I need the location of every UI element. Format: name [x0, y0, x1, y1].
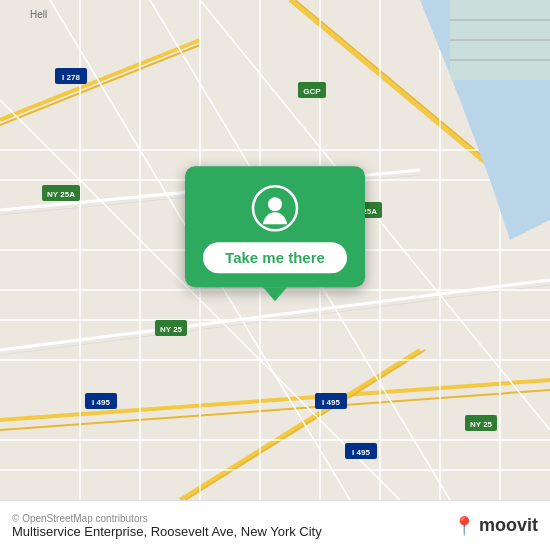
svg-text:GCP: GCP	[303, 87, 321, 96]
svg-text:NY 25: NY 25	[470, 420, 493, 429]
svg-text:NY 25A: NY 25A	[47, 190, 75, 199]
svg-text:I 278: I 278	[62, 73, 80, 82]
popup-card: Take me there	[185, 166, 365, 287]
footer-left: © OpenStreetMap contributors Multiservic…	[12, 513, 322, 539]
moovit-pin-icon: 📍	[453, 515, 475, 537]
svg-text:Hell: Hell	[30, 9, 47, 20]
take-me-there-button[interactable]: Take me there	[203, 242, 347, 273]
location-pin-icon	[251, 184, 299, 232]
svg-point-62	[268, 197, 282, 211]
moovit-brand-text: moovit	[479, 515, 538, 536]
footer-bar: © OpenStreetMap contributors Multiservic…	[0, 500, 550, 550]
moovit-logo: 📍 moovit	[453, 515, 538, 537]
popup-arrow	[263, 287, 287, 301]
svg-text:I 495: I 495	[322, 398, 340, 407]
copyright-text: © OpenStreetMap contributors	[12, 513, 322, 524]
svg-text:I 495: I 495	[92, 398, 110, 407]
location-popup: Take me there	[185, 166, 365, 301]
address-text: Multiservice Enterprise, Roosevelt Ave, …	[12, 524, 322, 539]
svg-text:I 495: I 495	[352, 448, 370, 457]
svg-text:NY 25: NY 25	[160, 325, 183, 334]
map-view: I 278 NY 25A NY 25A NY 25 NY 25 I 495 I …	[0, 0, 550, 500]
